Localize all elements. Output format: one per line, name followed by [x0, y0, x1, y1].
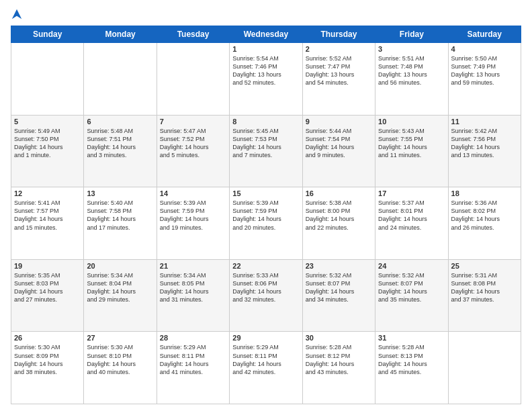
calendar-cell: 2Sunrise: 5:52 AM Sunset: 7:47 PM Daylig…: [302, 43, 375, 116]
day-info: Sunrise: 5:51 AM Sunset: 7:48 PM Dayligh…: [378, 54, 445, 87]
day-info: Sunrise: 5:40 AM Sunset: 7:58 PM Dayligh…: [87, 199, 153, 232]
day-info: Sunrise: 5:45 AM Sunset: 7:53 PM Dayligh…: [232, 127, 299, 160]
day-info: Sunrise: 5:43 AM Sunset: 7:55 PM Dayligh…: [378, 127, 445, 160]
day-number: 10: [378, 118, 445, 126]
day-number: 18: [451, 189, 518, 197]
week-row-5: 26Sunrise: 5:30 AM Sunset: 8:09 PM Dayli…: [11, 332, 521, 404]
day-number: 25: [451, 262, 518, 270]
day-number: 20: [87, 262, 153, 270]
day-number: 15: [232, 189, 299, 197]
day-info: Sunrise: 5:32 AM Sunset: 8:07 PM Dayligh…: [378, 271, 445, 304]
calendar-cell: 3Sunrise: 5:51 AM Sunset: 7:48 PM Daylig…: [375, 43, 448, 116]
calendar-cell: 10Sunrise: 5:43 AM Sunset: 7:55 PM Dayli…: [375, 115, 448, 187]
day-number: 2: [306, 45, 372, 53]
calendar-cell: 9Sunrise: 5:44 AM Sunset: 7:54 PM Daylig…: [302, 115, 375, 187]
day-info: Sunrise: 5:28 AM Sunset: 8:13 PM Dayligh…: [378, 343, 445, 376]
day-number: 8: [232, 118, 299, 126]
calendar-cell: 28Sunrise: 5:29 AM Sunset: 8:11 PM Dayli…: [157, 332, 229, 404]
day-info: Sunrise: 5:54 AM Sunset: 7:46 PM Dayligh…: [232, 54, 299, 87]
day-number: 13: [87, 189, 153, 197]
calendar-cell: 30Sunrise: 5:28 AM Sunset: 8:12 PM Dayli…: [302, 332, 375, 404]
day-number: 1: [232, 45, 299, 53]
calendar-cell: [157, 43, 229, 116]
header: [11, 8, 521, 20]
week-row-4: 19Sunrise: 5:35 AM Sunset: 8:03 PM Dayli…: [11, 259, 521, 332]
day-info: Sunrise: 5:41 AM Sunset: 7:57 PM Dayligh…: [14, 199, 81, 232]
day-number: 7: [160, 118, 226, 126]
day-number: 30: [306, 334, 372, 342]
calendar-cell: 12Sunrise: 5:41 AM Sunset: 7:57 PM Dayli…: [11, 187, 84, 260]
day-info: Sunrise: 5:35 AM Sunset: 8:03 PM Dayligh…: [14, 271, 81, 304]
week-row-2: 5Sunrise: 5:49 AM Sunset: 7:50 PM Daylig…: [11, 115, 521, 187]
calendar-cell: 23Sunrise: 5:32 AM Sunset: 8:07 PM Dayli…: [302, 259, 375, 332]
day-info: Sunrise: 5:34 AM Sunset: 8:04 PM Dayligh…: [87, 271, 153, 304]
day-info: Sunrise: 5:31 AM Sunset: 8:08 PM Dayligh…: [451, 271, 518, 304]
day-header-tuesday: Tuesday: [157, 26, 229, 43]
calendar-cell: 15Sunrise: 5:39 AM Sunset: 7:59 PM Dayli…: [230, 187, 302, 260]
day-number: 12: [14, 189, 81, 197]
calendar-cell: 24Sunrise: 5:32 AM Sunset: 8:07 PM Dayli…: [375, 259, 448, 332]
day-header-thursday: Thursday: [302, 26, 375, 43]
calendar-cell: 14Sunrise: 5:39 AM Sunset: 7:59 PM Dayli…: [157, 187, 229, 260]
calendar-cell: 25Sunrise: 5:31 AM Sunset: 8:08 PM Dayli…: [448, 259, 521, 332]
calendar-cell: [84, 43, 157, 116]
calendar-cell: 6Sunrise: 5:48 AM Sunset: 7:51 PM Daylig…: [84, 115, 157, 187]
calendar-cell: 8Sunrise: 5:45 AM Sunset: 7:53 PM Daylig…: [230, 115, 302, 187]
calendar-cell: 26Sunrise: 5:30 AM Sunset: 8:09 PM Dayli…: [11, 332, 84, 404]
day-info: Sunrise: 5:50 AM Sunset: 7:49 PM Dayligh…: [451, 54, 518, 87]
calendar-cell: 27Sunrise: 5:30 AM Sunset: 8:10 PM Dayli…: [84, 332, 157, 404]
calendar-cell: 21Sunrise: 5:34 AM Sunset: 8:05 PM Dayli…: [157, 259, 229, 332]
day-number: 3: [378, 45, 445, 53]
day-info: Sunrise: 5:48 AM Sunset: 7:51 PM Dayligh…: [87, 127, 153, 160]
day-number: 31: [378, 334, 445, 342]
day-number: 5: [14, 118, 81, 126]
day-info: Sunrise: 5:37 AM Sunset: 8:01 PM Dayligh…: [378, 199, 445, 232]
day-number: 19: [14, 262, 81, 270]
day-number: 26: [14, 334, 81, 342]
day-number: 22: [232, 262, 299, 270]
calendar-cell: 22Sunrise: 5:33 AM Sunset: 8:06 PM Dayli…: [230, 259, 302, 332]
day-header-monday: Monday: [84, 26, 157, 43]
day-info: Sunrise: 5:47 AM Sunset: 7:52 PM Dayligh…: [160, 127, 226, 160]
day-info: Sunrise: 5:30 AM Sunset: 8:09 PM Dayligh…: [14, 343, 81, 376]
calendar-cell: [11, 43, 84, 116]
day-info: Sunrise: 5:52 AM Sunset: 7:47 PM Dayligh…: [306, 54, 372, 87]
logo: [11, 8, 26, 20]
day-header-wednesday: Wednesday: [230, 26, 302, 43]
day-info: Sunrise: 5:44 AM Sunset: 7:54 PM Dayligh…: [306, 127, 372, 160]
day-number: 9: [306, 118, 372, 126]
day-info: Sunrise: 5:39 AM Sunset: 7:59 PM Dayligh…: [232, 199, 299, 232]
day-info: Sunrise: 5:36 AM Sunset: 8:02 PM Dayligh…: [451, 199, 518, 232]
day-number: 16: [306, 189, 372, 197]
day-number: 23: [306, 262, 372, 270]
calendar-cell: 13Sunrise: 5:40 AM Sunset: 7:58 PM Dayli…: [84, 187, 157, 260]
svg-marker-0: [12, 9, 21, 19]
calendar-cell: 5Sunrise: 5:49 AM Sunset: 7:50 PM Daylig…: [11, 115, 84, 187]
calendar-cell: 7Sunrise: 5:47 AM Sunset: 7:52 PM Daylig…: [157, 115, 229, 187]
calendar-cell: 19Sunrise: 5:35 AM Sunset: 8:03 PM Dayli…: [11, 259, 84, 332]
calendar-cell: 29Sunrise: 5:29 AM Sunset: 8:11 PM Dayli…: [230, 332, 302, 404]
calendar-cell: [448, 332, 521, 404]
day-header-friday: Friday: [375, 26, 448, 43]
logo-icon: [11, 8, 23, 20]
calendar-table: SundayMondayTuesdayWednesdayThursdayFrid…: [11, 26, 521, 404]
day-info: Sunrise: 5:29 AM Sunset: 8:11 PM Dayligh…: [232, 343, 299, 376]
day-number: 11: [451, 118, 518, 126]
day-info: Sunrise: 5:28 AM Sunset: 8:12 PM Dayligh…: [306, 343, 372, 376]
week-row-3: 12Sunrise: 5:41 AM Sunset: 7:57 PM Dayli…: [11, 187, 521, 260]
day-info: Sunrise: 5:34 AM Sunset: 8:05 PM Dayligh…: [160, 271, 226, 304]
day-info: Sunrise: 5:33 AM Sunset: 8:06 PM Dayligh…: [232, 271, 299, 304]
day-info: Sunrise: 5:38 AM Sunset: 8:00 PM Dayligh…: [306, 199, 372, 232]
calendar-cell: 20Sunrise: 5:34 AM Sunset: 8:04 PM Dayli…: [84, 259, 157, 332]
day-number: 4: [451, 45, 518, 53]
page: SundayMondayTuesdayWednesdayThursdayFrid…: [0, 0, 532, 411]
day-info: Sunrise: 5:29 AM Sunset: 8:11 PM Dayligh…: [160, 343, 226, 376]
calendar-header-row: SundayMondayTuesdayWednesdayThursdayFrid…: [11, 26, 521, 43]
day-number: 28: [160, 334, 226, 342]
day-header-saturday: Saturday: [448, 26, 521, 43]
day-info: Sunrise: 5:39 AM Sunset: 7:59 PM Dayligh…: [160, 199, 226, 232]
day-number: 6: [87, 118, 153, 126]
day-info: Sunrise: 5:42 AM Sunset: 7:56 PM Dayligh…: [451, 127, 518, 160]
day-number: 21: [160, 262, 226, 270]
calendar-cell: 17Sunrise: 5:37 AM Sunset: 8:01 PM Dayli…: [375, 187, 448, 260]
